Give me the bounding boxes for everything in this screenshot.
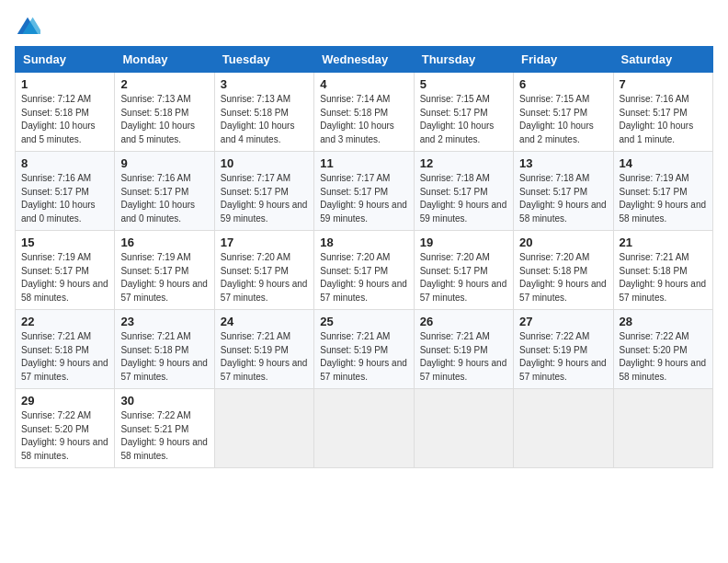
day-info: Sunrise: 7:22 AM Sunset: 5:19 PM Dayligh… (519, 330, 607, 384)
calendar-cell: 27 Sunrise: 7:22 AM Sunset: 5:19 PM Dayl… (514, 310, 613, 389)
day-number: 30 (120, 394, 208, 408)
day-number: 11 (320, 156, 407, 170)
day-number: 7 (620, 77, 707, 91)
day-number: 20 (519, 236, 607, 249)
calendar-cell: 26 Sunrise: 7:21 AM Sunset: 5:19 PM Dayl… (414, 310, 513, 389)
calendar-cell: 15 Sunrise: 7:19 AM Sunset: 5:17 PM Dayl… (16, 231, 115, 310)
day-info: Sunrise: 7:15 AM Sunset: 5:17 PM Dayligh… (420, 93, 507, 146)
day-info: Sunrise: 7:20 AM Sunset: 5:17 PM Dayligh… (320, 251, 407, 304)
calendar-header-row: SundayMondayTuesdayWednesdayThursdayFrid… (16, 47, 713, 73)
day-number: 8 (21, 156, 108, 170)
logo (15, 15, 44, 40)
calendar-week-row: 22 Sunrise: 7:21 AM Sunset: 5:18 PM Dayl… (16, 310, 713, 389)
calendar-cell: 12 Sunrise: 7:18 AM Sunset: 5:17 PM Dayl… (414, 152, 513, 231)
day-info: Sunrise: 7:14 AM Sunset: 5:18 PM Dayligh… (320, 93, 407, 146)
day-number: 2 (120, 77, 208, 91)
day-number: 10 (221, 156, 308, 170)
calendar-header-saturday: Saturday (613, 47, 712, 73)
calendar-cell: 6 Sunrise: 7:15 AM Sunset: 5:17 PM Dayli… (514, 73, 613, 152)
day-info: Sunrise: 7:20 AM Sunset: 5:17 PM Dayligh… (420, 251, 507, 304)
calendar-cell: 18 Sunrise: 7:20 AM Sunset: 5:17 PM Dayl… (314, 231, 414, 310)
day-number: 18 (320, 236, 407, 249)
calendar-cell: 21 Sunrise: 7:21 AM Sunset: 5:18 PM Dayl… (613, 231, 712, 310)
calendar-cell (613, 389, 712, 468)
day-info: Sunrise: 7:19 AM Sunset: 5:17 PM Dayligh… (620, 172, 707, 225)
calendar-cell: 16 Sunrise: 7:19 AM Sunset: 5:17 PM Dayl… (115, 231, 214, 310)
calendar-cell: 4 Sunrise: 7:14 AM Sunset: 5:18 PM Dayli… (314, 73, 414, 152)
calendar-cell: 10 Sunrise: 7:17 AM Sunset: 5:17 PM Dayl… (214, 152, 313, 231)
day-info: Sunrise: 7:21 AM Sunset: 5:19 PM Dayligh… (221, 330, 308, 384)
day-number: 14 (620, 156, 707, 170)
day-number: 6 (519, 77, 607, 91)
calendar-cell (514, 389, 613, 468)
day-number: 17 (221, 236, 308, 249)
day-number: 25 (320, 315, 407, 328)
day-info: Sunrise: 7:20 AM Sunset: 5:18 PM Dayligh… (519, 251, 607, 304)
day-info: Sunrise: 7:21 AM Sunset: 5:18 PM Dayligh… (21, 330, 108, 384)
day-info: Sunrise: 7:21 AM Sunset: 5:19 PM Dayligh… (420, 330, 507, 384)
calendar-cell: 24 Sunrise: 7:21 AM Sunset: 5:19 PM Dayl… (214, 310, 313, 389)
day-number: 19 (420, 236, 507, 249)
day-number: 13 (519, 156, 607, 170)
day-number: 26 (420, 315, 507, 328)
day-info: Sunrise: 7:16 AM Sunset: 5:17 PM Dayligh… (620, 93, 707, 146)
day-number: 21 (620, 236, 707, 249)
calendar-week-row: 1 Sunrise: 7:12 AM Sunset: 5:18 PM Dayli… (16, 73, 713, 152)
calendar-week-row: 15 Sunrise: 7:19 AM Sunset: 5:17 PM Dayl… (16, 231, 713, 310)
day-info: Sunrise: 7:13 AM Sunset: 5:18 PM Dayligh… (221, 93, 308, 146)
calendar-cell (314, 389, 414, 468)
calendar-header-thursday: Thursday (414, 47, 513, 73)
page-header (15, 15, 713, 40)
day-number: 29 (21, 394, 108, 408)
day-number: 28 (620, 315, 707, 328)
day-info: Sunrise: 7:19 AM Sunset: 5:17 PM Dayligh… (21, 251, 108, 304)
calendar-header-monday: Monday (115, 47, 214, 73)
calendar-cell: 28 Sunrise: 7:22 AM Sunset: 5:20 PM Dayl… (613, 310, 712, 389)
day-number: 1 (21, 77, 108, 91)
day-info: Sunrise: 7:20 AM Sunset: 5:17 PM Dayligh… (221, 251, 308, 304)
day-info: Sunrise: 7:17 AM Sunset: 5:17 PM Dayligh… (320, 172, 407, 225)
day-info: Sunrise: 7:16 AM Sunset: 5:17 PM Dayligh… (120, 172, 208, 225)
day-number: 27 (519, 315, 607, 328)
calendar-cell: 2 Sunrise: 7:13 AM Sunset: 5:18 PM Dayli… (115, 73, 214, 152)
calendar-table: SundayMondayTuesdayWednesdayThursdayFrid… (15, 46, 713, 468)
day-number: 24 (221, 315, 308, 328)
day-number: 15 (21, 236, 108, 249)
day-info: Sunrise: 7:22 AM Sunset: 5:21 PM Dayligh… (120, 409, 208, 463)
calendar-cell: 7 Sunrise: 7:16 AM Sunset: 5:17 PM Dayli… (613, 73, 712, 152)
day-info: Sunrise: 7:15 AM Sunset: 5:17 PM Dayligh… (519, 93, 607, 146)
calendar-cell: 11 Sunrise: 7:17 AM Sunset: 5:17 PM Dayl… (314, 152, 414, 231)
calendar-header-wednesday: Wednesday (314, 47, 414, 73)
calendar-cell (214, 389, 313, 468)
calendar-cell: 1 Sunrise: 7:12 AM Sunset: 5:18 PM Dayli… (16, 73, 115, 152)
calendar-cell: 3 Sunrise: 7:13 AM Sunset: 5:18 PM Dayli… (214, 73, 313, 152)
day-info: Sunrise: 7:13 AM Sunset: 5:18 PM Dayligh… (120, 93, 208, 146)
day-number: 3 (221, 77, 308, 91)
calendar-week-row: 29 Sunrise: 7:22 AM Sunset: 5:20 PM Dayl… (16, 389, 713, 468)
day-info: Sunrise: 7:21 AM Sunset: 5:19 PM Dayligh… (320, 330, 407, 384)
calendar-cell: 19 Sunrise: 7:20 AM Sunset: 5:17 PM Dayl… (414, 231, 513, 310)
calendar-cell: 5 Sunrise: 7:15 AM Sunset: 5:17 PM Dayli… (414, 73, 513, 152)
calendar-cell: 22 Sunrise: 7:21 AM Sunset: 5:18 PM Dayl… (16, 310, 115, 389)
day-number: 23 (120, 315, 208, 328)
day-info: Sunrise: 7:21 AM Sunset: 5:18 PM Dayligh… (120, 330, 208, 384)
calendar-week-row: 8 Sunrise: 7:16 AM Sunset: 5:17 PM Dayli… (16, 152, 713, 231)
calendar-cell: 14 Sunrise: 7:19 AM Sunset: 5:17 PM Dayl… (613, 152, 712, 231)
day-info: Sunrise: 7:18 AM Sunset: 5:17 PM Dayligh… (420, 172, 507, 225)
calendar-cell: 13 Sunrise: 7:18 AM Sunset: 5:17 PM Dayl… (514, 152, 613, 231)
day-number: 22 (21, 315, 108, 328)
day-number: 16 (120, 236, 208, 249)
day-info: Sunrise: 7:12 AM Sunset: 5:18 PM Dayligh… (21, 93, 108, 146)
day-info: Sunrise: 7:19 AM Sunset: 5:17 PM Dayligh… (120, 251, 208, 304)
day-number: 5 (420, 77, 507, 91)
day-info: Sunrise: 7:17 AM Sunset: 5:17 PM Dayligh… (221, 172, 308, 225)
day-info: Sunrise: 7:18 AM Sunset: 5:17 PM Dayligh… (519, 172, 607, 225)
calendar-header-friday: Friday (514, 47, 613, 73)
day-number: 4 (320, 77, 407, 91)
day-info: Sunrise: 7:21 AM Sunset: 5:18 PM Dayligh… (620, 251, 707, 304)
calendar-cell: 9 Sunrise: 7:16 AM Sunset: 5:17 PM Dayli… (115, 152, 214, 231)
calendar-header-tuesday: Tuesday (214, 47, 313, 73)
calendar-header-sunday: Sunday (16, 47, 115, 73)
calendar-cell (414, 389, 513, 468)
day-info: Sunrise: 7:22 AM Sunset: 5:20 PM Dayligh… (21, 409, 108, 463)
